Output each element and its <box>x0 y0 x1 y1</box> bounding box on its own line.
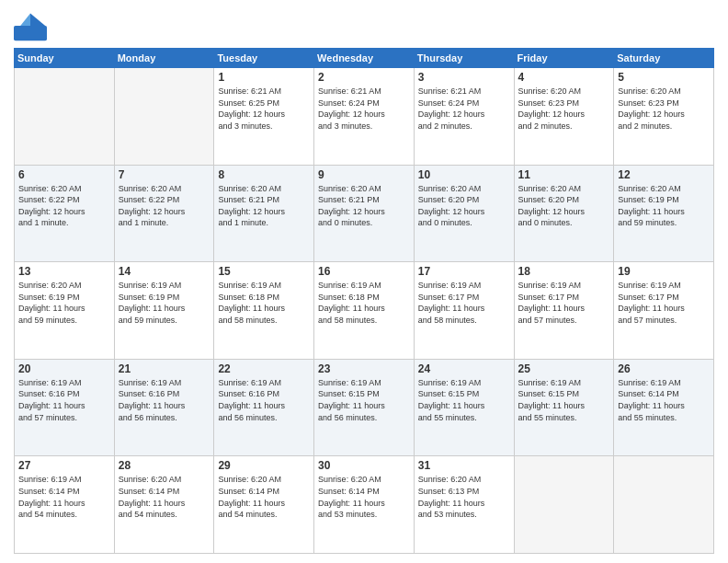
calendar-table: SundayMondayTuesdayWednesdayThursdayFrid… <box>14 48 714 554</box>
day-info: Sunrise: 6:20 AM Sunset: 6:23 PM Dayligh… <box>518 86 610 132</box>
calendar-week-row: 1Sunrise: 6:21 AM Sunset: 6:25 PM Daylig… <box>15 68 714 166</box>
day-number: 20 <box>18 362 110 375</box>
calendar-cell: 6Sunrise: 6:20 AM Sunset: 6:22 PM Daylig… <box>15 165 115 262</box>
day-info: Sunrise: 6:19 AM Sunset: 6:15 PM Dayligh… <box>518 377 610 423</box>
calendar-cell: 22Sunrise: 6:19 AM Sunset: 6:16 PM Dayli… <box>214 359 314 456</box>
day-number: 3 <box>418 71 510 84</box>
calendar-cell: 17Sunrise: 6:19 AM Sunset: 6:17 PM Dayli… <box>414 262 514 360</box>
calendar-cell: 27Sunrise: 6:19 AM Sunset: 6:14 PM Dayli… <box>15 456 115 554</box>
day-number: 8 <box>218 168 310 181</box>
day-number: 2 <box>318 71 410 84</box>
day-info: Sunrise: 6:20 AM Sunset: 6:14 PM Dayligh… <box>318 474 410 520</box>
day-number: 14 <box>119 265 210 278</box>
day-number: 22 <box>218 362 310 375</box>
day-number: 27 <box>18 459 110 472</box>
weekday-header: Sunday <box>15 49 115 68</box>
calendar-week-row: 20Sunrise: 6:19 AM Sunset: 6:16 PM Dayli… <box>15 359 714 456</box>
day-number: 7 <box>119 168 210 181</box>
calendar-cell: 1Sunrise: 6:21 AM Sunset: 6:25 PM Daylig… <box>214 68 314 166</box>
calendar-cell <box>614 456 714 554</box>
header <box>14 9 714 42</box>
day-info: Sunrise: 6:21 AM Sunset: 6:24 PM Dayligh… <box>318 86 410 132</box>
day-info: Sunrise: 6:19 AM Sunset: 6:18 PM Dayligh… <box>218 280 310 326</box>
day-number: 29 <box>218 459 310 472</box>
calendar-cell: 12Sunrise: 6:20 AM Sunset: 6:19 PM Dayli… <box>614 165 714 262</box>
day-number: 5 <box>618 71 710 84</box>
day-number: 4 <box>518 71 610 84</box>
page: SundayMondayTuesdayWednesdayThursdayFrid… <box>0 0 728 563</box>
day-number: 19 <box>618 265 710 278</box>
calendar-cell: 25Sunrise: 6:19 AM Sunset: 6:15 PM Dayli… <box>514 359 614 456</box>
calendar-cell: 31Sunrise: 6:20 AM Sunset: 6:13 PM Dayli… <box>414 456 514 554</box>
weekday-header-row: SundayMondayTuesdayWednesdayThursdayFrid… <box>15 49 714 68</box>
day-number: 17 <box>418 265 510 278</box>
day-number: 23 <box>318 362 410 375</box>
day-number: 16 <box>318 265 410 278</box>
calendar-cell: 29Sunrise: 6:20 AM Sunset: 6:14 PM Dayli… <box>214 456 314 554</box>
day-info: Sunrise: 6:19 AM Sunset: 6:18 PM Dayligh… <box>318 280 410 326</box>
calendar-cell: 15Sunrise: 6:19 AM Sunset: 6:18 PM Dayli… <box>214 262 314 360</box>
day-info: Sunrise: 6:19 AM Sunset: 6:16 PM Dayligh… <box>18 377 110 423</box>
day-number: 28 <box>119 459 210 472</box>
calendar-cell: 2Sunrise: 6:21 AM Sunset: 6:24 PM Daylig… <box>314 68 415 166</box>
logo <box>14 9 51 42</box>
calendar-cell: 7Sunrise: 6:20 AM Sunset: 6:22 PM Daylig… <box>114 165 214 262</box>
calendar-cell <box>15 68 115 166</box>
calendar-cell: 19Sunrise: 6:19 AM Sunset: 6:17 PM Dayli… <box>614 262 714 360</box>
calendar-cell: 11Sunrise: 6:20 AM Sunset: 6:20 PM Dayli… <box>514 165 614 262</box>
calendar-cell: 13Sunrise: 6:20 AM Sunset: 6:19 PM Dayli… <box>15 262 115 360</box>
day-info: Sunrise: 6:20 AM Sunset: 6:19 PM Dayligh… <box>618 183 710 229</box>
day-number: 15 <box>218 265 310 278</box>
day-number: 12 <box>618 168 710 181</box>
day-number: 1 <box>218 71 310 84</box>
svg-rect-3 <box>14 26 47 40</box>
day-info: Sunrise: 6:19 AM Sunset: 6:15 PM Dayligh… <box>318 377 410 423</box>
calendar-cell: 21Sunrise: 6:19 AM Sunset: 6:16 PM Dayli… <box>114 359 214 456</box>
day-info: Sunrise: 6:19 AM Sunset: 6:14 PM Dayligh… <box>618 377 710 423</box>
calendar-cell <box>514 456 614 554</box>
day-info: Sunrise: 6:20 AM Sunset: 6:22 PM Dayligh… <box>18 183 110 229</box>
calendar-cell <box>114 68 214 166</box>
weekday-header: Saturday <box>614 49 714 68</box>
day-info: Sunrise: 6:20 AM Sunset: 6:19 PM Dayligh… <box>18 280 110 326</box>
calendar-cell: 20Sunrise: 6:19 AM Sunset: 6:16 PM Dayli… <box>15 359 115 456</box>
calendar-cell: 18Sunrise: 6:19 AM Sunset: 6:17 PM Dayli… <box>514 262 614 360</box>
day-info: Sunrise: 6:20 AM Sunset: 6:21 PM Dayligh… <box>318 183 410 229</box>
day-info: Sunrise: 6:21 AM Sunset: 6:25 PM Dayligh… <box>218 86 310 132</box>
day-info: Sunrise: 6:20 AM Sunset: 6:14 PM Dayligh… <box>218 474 310 520</box>
calendar-cell: 4Sunrise: 6:20 AM Sunset: 6:23 PM Daylig… <box>514 68 614 166</box>
calendar-week-row: 6Sunrise: 6:20 AM Sunset: 6:22 PM Daylig… <box>15 165 714 262</box>
day-number: 9 <box>318 168 410 181</box>
weekday-header: Wednesday <box>314 49 415 68</box>
calendar-cell: 9Sunrise: 6:20 AM Sunset: 6:21 PM Daylig… <box>314 165 415 262</box>
day-info: Sunrise: 6:19 AM Sunset: 6:15 PM Dayligh… <box>418 377 510 423</box>
weekday-header: Friday <box>514 49 614 68</box>
day-info: Sunrise: 6:20 AM Sunset: 6:23 PM Dayligh… <box>618 86 710 132</box>
day-info: Sunrise: 6:19 AM Sunset: 6:19 PM Dayligh… <box>119 280 210 326</box>
day-info: Sunrise: 6:20 AM Sunset: 6:20 PM Dayligh… <box>418 183 510 229</box>
day-number: 24 <box>418 362 510 375</box>
day-number: 18 <box>518 265 610 278</box>
day-info: Sunrise: 6:19 AM Sunset: 6:14 PM Dayligh… <box>18 474 110 520</box>
day-info: Sunrise: 6:20 AM Sunset: 6:20 PM Dayligh… <box>518 183 610 229</box>
day-number: 30 <box>318 459 410 472</box>
calendar-cell: 16Sunrise: 6:19 AM Sunset: 6:18 PM Dayli… <box>314 262 415 360</box>
day-number: 26 <box>618 362 710 375</box>
calendar-week-row: 13Sunrise: 6:20 AM Sunset: 6:19 PM Dayli… <box>15 262 714 360</box>
calendar-cell: 10Sunrise: 6:20 AM Sunset: 6:20 PM Dayli… <box>414 165 514 262</box>
day-number: 25 <box>518 362 610 375</box>
day-number: 11 <box>518 168 610 181</box>
day-info: Sunrise: 6:19 AM Sunset: 6:17 PM Dayligh… <box>418 280 510 326</box>
calendar-cell: 14Sunrise: 6:19 AM Sunset: 6:19 PM Dayli… <box>114 262 214 360</box>
calendar-cell: 23Sunrise: 6:19 AM Sunset: 6:15 PM Dayli… <box>314 359 415 456</box>
day-info: Sunrise: 6:19 AM Sunset: 6:17 PM Dayligh… <box>518 280 610 326</box>
day-info: Sunrise: 6:20 AM Sunset: 6:21 PM Dayligh… <box>218 183 310 229</box>
day-info: Sunrise: 6:20 AM Sunset: 6:14 PM Dayligh… <box>119 474 210 520</box>
day-number: 31 <box>418 459 510 472</box>
day-info: Sunrise: 6:20 AM Sunset: 6:13 PM Dayligh… <box>418 474 510 520</box>
calendar-cell: 24Sunrise: 6:19 AM Sunset: 6:15 PM Dayli… <box>414 359 514 456</box>
day-number: 21 <box>119 362 210 375</box>
day-number: 6 <box>18 168 110 181</box>
day-info: Sunrise: 6:21 AM Sunset: 6:24 PM Dayligh… <box>418 86 510 132</box>
calendar-week-row: 27Sunrise: 6:19 AM Sunset: 6:14 PM Dayli… <box>15 456 714 554</box>
